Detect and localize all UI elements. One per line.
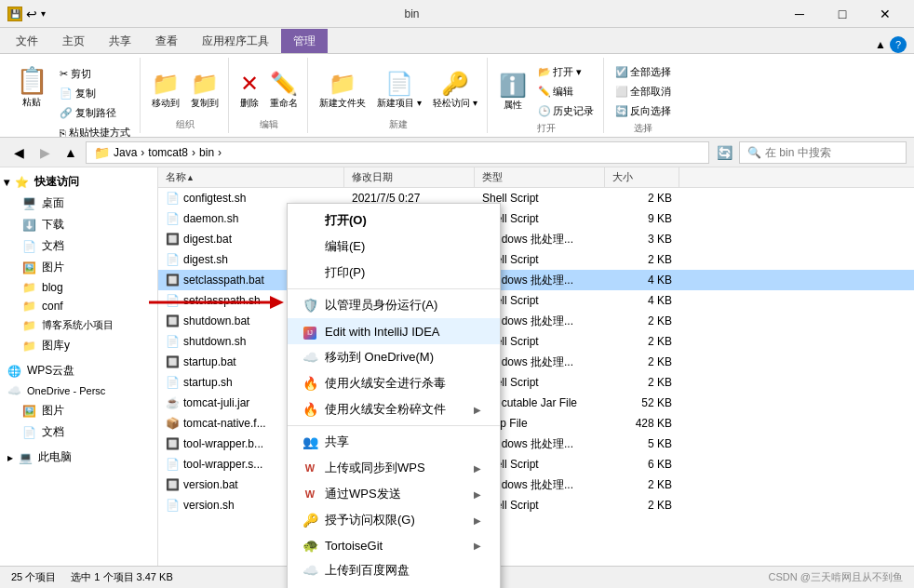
ctx-share[interactable]: 👥 共享 bbox=[288, 429, 500, 455]
newitem-button[interactable]: 📄 新建项目 ▾ bbox=[373, 69, 425, 112]
file-row[interactable]: 🔲startup.bat 2021/7/5 0:27 Windows 批处理..… bbox=[158, 352, 914, 372]
address-segment-java[interactable]: Java bbox=[114, 146, 137, 159]
help-icon[interactable]: ? bbox=[890, 36, 907, 53]
sidebar-item-pictures[interactable]: 🖼️ 图片 bbox=[0, 257, 157, 278]
refresh-button[interactable]: 🔄 bbox=[713, 141, 735, 164]
paste-button[interactable]: 📋 粘贴 bbox=[9, 63, 54, 111]
search-bar[interactable]: 🔍 bbox=[739, 141, 907, 164]
minimize-button[interactable]: ─ bbox=[778, 0, 821, 28]
file-row[interactable]: 📄startup.sh 2021/7/5 0:27 Shell Script 2… bbox=[158, 372, 914, 393]
sidebar-item-onedrive[interactable]: ☁️ OneDrive - Persc bbox=[0, 381, 157, 400]
ctx-open[interactable]: 打开(O) bbox=[288, 207, 500, 234]
ctx-antivirus-label: 使用火绒安全进行杀毒 bbox=[325, 375, 481, 392]
sidebar-item-downloads[interactable]: ⬇️ 下载 bbox=[0, 214, 157, 235]
paste-shortcut-button[interactable]: ⎘粘贴快捷方式 bbox=[56, 124, 134, 138]
sidebar-item-desktop[interactable]: 🖥️ 桌面 bbox=[0, 193, 157, 214]
file-icon: 📄 bbox=[166, 192, 180, 205]
copyto-button[interactable]: 📁 复制到 bbox=[187, 69, 222, 112]
easyaccess-button[interactable]: 🔑 轻松访问 ▾ bbox=[429, 69, 481, 112]
ctx-wps-upload[interactable]: W 上传或同步到WPS ▶ bbox=[288, 455, 500, 481]
properties-button[interactable]: ℹ️ 属性 bbox=[495, 71, 531, 114]
col-name[interactable]: 名称 ▲ bbox=[158, 167, 344, 187]
file-row[interactable]: 📄tool-wrapper.s... 2021/7/5 0:27 Shell S… bbox=[158, 454, 914, 474]
delete-button[interactable]: ✕ 删除 bbox=[236, 69, 262, 112]
file-row[interactable]: 🔲digest.bat 2021/7/5 0:27 Windows 批处理...… bbox=[158, 229, 914, 249]
file-row[interactable]: 🔲tool-wrapper.b... 2021/7/5 0:27 Windows… bbox=[158, 434, 914, 454]
copy-button[interactable]: 📄复制 bbox=[56, 85, 134, 102]
up-button[interactable]: ▲ bbox=[60, 141, 82, 164]
ctx-antivirus[interactable]: 🔥 使用火绒安全进行杀毒 bbox=[288, 370, 500, 396]
newfolder-button[interactable]: 📁 新建文件夹 bbox=[316, 69, 370, 112]
tab-apptools[interactable]: 应用程序工具 bbox=[190, 29, 281, 53]
cancelall-button[interactable]: ⬜全部取消 bbox=[612, 83, 675, 100]
tab-share[interactable]: 共享 bbox=[97, 29, 143, 53]
sidebar-item-blogsys[interactable]: 📁 博客系统小项目 bbox=[0, 315, 157, 335]
ctx-intellij[interactable]: IJ Edit with IntelliJ IDEA bbox=[288, 318, 500, 344]
file-icon: 📄 bbox=[166, 458, 180, 471]
forward-button[interactable]: ▶ bbox=[34, 141, 56, 164]
file-row[interactable]: 🔲shutdown.bat 2021/7/5 0:27 Windows 批处理.… bbox=[158, 311, 914, 331]
file-row[interactable]: 📄daemon.sh 2021/7/5 0:27 Shell Script 9 … bbox=[158, 208, 914, 229]
open-button[interactable]: 📂打开 ▾ bbox=[534, 63, 598, 81]
sidebar-item-photoy[interactable]: 📁 图库y bbox=[0, 335, 157, 356]
ctx-wps-send[interactable]: W 通过WPS发送 ▶ bbox=[288, 481, 500, 507]
undo-icon[interactable]: ↩ bbox=[26, 7, 37, 21]
ribbon-collapse-icon[interactable]: ▲ bbox=[875, 38, 886, 51]
sidebar-item-wps[interactable]: 🌐 WPS云盘 bbox=[0, 360, 157, 381]
ctx-access[interactable]: 🔑 授予访问权限(G) ▶ bbox=[288, 507, 500, 533]
ctx-print[interactable]: 打印(P) bbox=[288, 260, 500, 286]
copy-path-button[interactable]: 🔗复制路径 bbox=[56, 104, 134, 122]
file-row[interactable]: 📄version.sh 2021/7/5 0:27 Shell Script 2… bbox=[158, 495, 914, 515]
file-row[interactable]: 📦tomcat-native.f... 2021/7/5 0:27 GZip F… bbox=[158, 413, 914, 434]
close-button[interactable]: ✕ bbox=[864, 0, 907, 28]
edit-file-button[interactable]: ✏️编辑 bbox=[534, 83, 598, 100]
back-button[interactable]: ◀ bbox=[7, 141, 30, 164]
sidebar-item-blog[interactable]: 📁 blog bbox=[0, 278, 157, 297]
ctx-qq[interactable]: 💬 通过QQ发送到 ▶ bbox=[288, 583, 500, 588]
address-bar[interactable]: 📁 Java › tomcat8 › bin › bbox=[86, 141, 709, 164]
ctx-runas[interactable]: 🛡️ 以管理员身份运行(A) bbox=[288, 292, 500, 318]
ctx-shred[interactable]: 🔥 使用火绒安全粉碎文件 ▶ bbox=[288, 396, 500, 422]
file-row-selected[interactable]: 🔲setclasspath.bat 2021/7/5 0:37 Windows … bbox=[158, 270, 914, 290]
address-segment-tomcat[interactable]: tomcat8 bbox=[148, 146, 188, 159]
ctx-tortoise[interactable]: 🐢 TortoiseGit ▶ bbox=[288, 533, 500, 557]
search-input[interactable] bbox=[765, 146, 898, 159]
moveto-button[interactable]: 📁 移动到 bbox=[148, 69, 183, 112]
history-button[interactable]: 🕒历史记录 bbox=[534, 102, 598, 120]
sidebar-item-computer[interactable]: ▸ 💻 此电脑 bbox=[0, 447, 157, 468]
file-row[interactable]: ☕tomcat-juli.jar 2021/7/5 0:27 Executabl… bbox=[158, 393, 914, 413]
save-icon[interactable]: 💾 bbox=[7, 7, 22, 21]
sidebar-item-documents[interactable]: 📄 文档 bbox=[0, 235, 157, 257]
rename-button[interactable]: ✏️ 重命名 bbox=[266, 69, 302, 112]
file-row[interactable]: 📄setclasspath.sh 2021/7/5 0:27 Shell Scr… bbox=[158, 290, 914, 311]
file-name: setclasspath.bat bbox=[183, 274, 264, 287]
file-row[interactable]: 📄shutdown.sh 2021/7/5 0:27 Shell Script … bbox=[158, 331, 914, 352]
col-type[interactable]: 类型 bbox=[475, 167, 605, 187]
sidebar-item-quickaccess[interactable]: ▾ ⭐ 快速访问 bbox=[0, 171, 157, 193]
file-name: tomcat-juli.jar bbox=[183, 396, 249, 409]
file-icon: 🔲 bbox=[166, 314, 180, 327]
file-row[interactable]: 📄configtest.sh 2021/7/5 0:27 Shell Scrip… bbox=[158, 188, 914, 208]
col-date[interactable]: 修改日期 bbox=[344, 167, 475, 187]
ribbon: 📋 粘贴 ✂剪切 📄复制 🔗复制路径 ⎘粘贴快捷方式 剪贴板 bbox=[0, 54, 914, 138]
tab-home[interactable]: 主页 bbox=[50, 29, 97, 53]
tab-file[interactable]: 文件 bbox=[4, 29, 50, 53]
sidebar-item-od-pictures[interactable]: 🖼️ 图片 bbox=[0, 400, 157, 421]
address-segment-bin[interactable]: bin bbox=[199, 146, 214, 159]
tab-view[interactable]: 查看 bbox=[143, 29, 190, 53]
ctx-onedrive[interactable]: ☁️ 移动到 OneDrive(M) bbox=[288, 344, 500, 370]
ctx-baidu[interactable]: ☁️ 上传到百度网盘 bbox=[288, 557, 500, 583]
file-row[interactable]: 📄digest.sh 2021/7/5 0:27 Shell Script 2 … bbox=[158, 249, 914, 270]
col-size[interactable]: 大小 bbox=[605, 167, 679, 187]
file-row[interactable]: 🔲version.bat 2021/7/5 0:27 Windows 批处理..… bbox=[158, 474, 914, 495]
maximize-button[interactable]: □ bbox=[821, 0, 864, 28]
cut-button[interactable]: ✂剪切 bbox=[56, 65, 134, 83]
sidebar-item-od-docs[interactable]: 📄 文档 bbox=[0, 421, 157, 443]
ctx-edit[interactable]: 编辑(E) bbox=[288, 234, 500, 260]
invertselect-button[interactable]: 🔄反向选择 bbox=[612, 102, 675, 120]
shred-icon: 🔥 bbox=[302, 402, 317, 417]
tab-manage[interactable]: 管理 bbox=[281, 29, 328, 53]
sidebar-item-conf[interactable]: 📁 conf bbox=[0, 297, 157, 315]
blogsys-icon: 📁 bbox=[22, 319, 36, 332]
selectall-button[interactable]: ☑️全部选择 bbox=[612, 63, 675, 81]
